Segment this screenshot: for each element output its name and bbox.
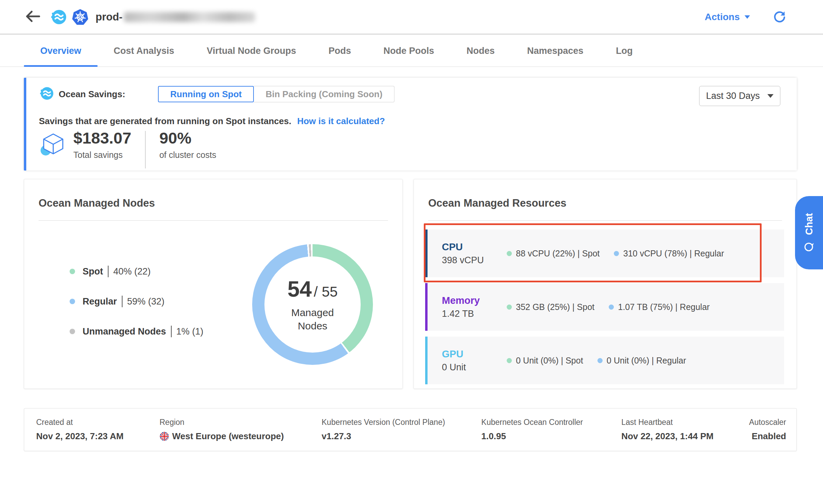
savings-description-text: Savings that are generated from running … xyxy=(39,116,291,126)
tab-node-pools[interactable]: Node Pools xyxy=(384,35,434,66)
savings-mode-toggle: Running on Spot Bin Packing (Coming Soon… xyxy=(158,86,394,102)
info-created-at: Created at Nov 2, 2023, 7:23 AM xyxy=(36,418,160,442)
donut-center: 54 / 55 Managed Nodes xyxy=(264,256,361,353)
regular-dot-icon xyxy=(70,299,75,304)
stat-text: 352 GB (25%) | Spot xyxy=(516,302,594,312)
savings-stats: $183.07 Total savings 90% of cluster cos… xyxy=(40,129,216,168)
managed-count: 54 xyxy=(287,277,312,302)
memory-label: Memory xyxy=(442,295,507,306)
donut-center-label: Managed Nodes xyxy=(280,306,345,332)
total-count: / 55 xyxy=(314,284,338,300)
cpu-label: CPU xyxy=(442,241,507,253)
info-value: West Europe (westeurope) xyxy=(172,431,284,442)
divider xyxy=(39,220,388,221)
header-actions: Actions xyxy=(705,10,799,24)
legend-separator xyxy=(108,266,109,277)
stat-text: 310 vCPU (78%) | Regular xyxy=(623,249,724,258)
ocean-logo-icon xyxy=(50,9,67,26)
tab-namespaces[interactable]: Namespaces xyxy=(527,35,583,66)
how-calculated-link[interactable]: How is it calculated? xyxy=(297,116,385,126)
actions-dropdown-button[interactable]: Actions xyxy=(705,12,750,23)
stat-text: 88 vCPU (22%) | Spot xyxy=(516,249,600,258)
tab-virtual-node-groups[interactable]: Virtual Node Groups xyxy=(207,35,296,66)
chevron-down-icon xyxy=(745,15,750,21)
legend-item-spot: Spot 40% (22) xyxy=(70,265,203,278)
tab-nodes[interactable]: Nodes xyxy=(466,35,495,66)
ocean-savings-label: Ocean Savings: xyxy=(59,89,125,100)
info-value: Enabled xyxy=(752,431,786,442)
stat-text: 0 Unit (0%) | Regular xyxy=(607,356,686,366)
chat-button[interactable]: Chat xyxy=(795,196,823,269)
managed-nodes-donut: 54 / 55 Managed Nodes xyxy=(252,244,373,365)
tab-log[interactable]: Log xyxy=(616,35,633,66)
info-value: v1.27.3 xyxy=(322,431,481,442)
back-button[interactable] xyxy=(25,9,41,25)
nodes-legend: Spot 40% (22) Regular 59% (32) Unmanaged… xyxy=(70,265,203,355)
cluster-name-redacted xyxy=(124,12,255,22)
gpu-regular-stat: 0 Unit (0%) | Regular xyxy=(597,356,686,366)
ocean-managed-resources-card: Ocean Managed Resources CPU 398 vCPU 88 … xyxy=(414,179,797,389)
total-savings-amount: $183.07 xyxy=(73,129,131,147)
tab-cost-analysis[interactable]: Cost Analysis xyxy=(114,35,174,66)
cluster-info-bar: Created at Nov 2, 2023, 7:23 AM Region xyxy=(24,408,797,451)
cpu-spot-stat: 88 vCPU (22%) | Spot xyxy=(507,249,600,258)
unmanaged-dot-icon xyxy=(70,329,75,334)
legend-value: 59% (32) xyxy=(127,296,165,307)
arrow-left-icon xyxy=(25,10,41,25)
info-label: Autoscaler xyxy=(749,418,786,427)
info-label: Kubernetes Ocean Controller xyxy=(481,418,621,427)
memory-total: 1.42 TB xyxy=(442,309,507,319)
cluster-cost-percent: 90% xyxy=(159,129,216,147)
toggle-running-on-spot[interactable]: Running on Spot xyxy=(158,86,254,102)
refresh-icon xyxy=(773,10,786,24)
ocean-managed-nodes-card: Ocean Managed Nodes Spot 40% (22) Regula… xyxy=(24,179,403,389)
gpu-label: GPU xyxy=(442,349,507,360)
chat-bubble-icon xyxy=(803,241,815,253)
regular-dot-icon xyxy=(609,305,614,310)
managed-nodes-title: Ocean Managed Nodes xyxy=(39,197,155,209)
divider xyxy=(428,220,782,221)
info-value: Nov 22, 2023, 1:44 PM xyxy=(621,431,749,442)
actions-label: Actions xyxy=(705,12,740,23)
vertical-divider xyxy=(145,131,146,168)
info-ocean-controller: Kubernetes Ocean Controller 1.0.95 xyxy=(481,418,621,442)
spot-dot-icon xyxy=(507,251,512,256)
chat-label: Chat xyxy=(804,213,815,235)
header: prod- Actions xyxy=(0,0,823,34)
info-label: Last Heartbeat xyxy=(621,418,749,427)
period-dropdown[interactable]: Last 30 Days xyxy=(699,86,780,106)
resource-rows: CPU 398 vCPU 88 vCPU (22%) | Spot 310 vC… xyxy=(425,229,784,390)
memory-spot-stat: 352 GB (25%) | Spot xyxy=(507,302,594,312)
info-region: Region xyxy=(160,418,322,442)
info-label: Region xyxy=(160,418,322,427)
gpu-total: 0 Unit xyxy=(442,362,507,373)
legend-item-unmanaged: Unmanaged Nodes 1% (1) xyxy=(70,325,203,338)
kubernetes-logo-icon xyxy=(72,9,89,26)
info-last-heartbeat: Last Heartbeat Nov 22, 2023, 1:44 PM xyxy=(621,418,749,442)
stat-text: 1.07 TB (75%) | Regular xyxy=(618,302,710,312)
regular-dot-icon xyxy=(597,358,603,363)
legend-item-regular: Regular 59% (32) xyxy=(70,295,203,308)
legend-label: Spot xyxy=(83,266,103,277)
tab-overview[interactable]: Overview xyxy=(40,35,81,66)
legend-value: 1% (1) xyxy=(176,326,204,337)
cluster-cost-percent-label: of cluster costs xyxy=(159,150,216,160)
spot-dot-icon xyxy=(507,305,512,310)
info-value: 1.0.95 xyxy=(481,431,621,442)
spot-dot-icon xyxy=(507,358,512,363)
ocean-wave-icon xyxy=(39,86,54,102)
resource-row-cpu: CPU 398 vCPU 88 vCPU (22%) | Spot 310 vC… xyxy=(425,229,784,277)
tab-pods[interactable]: Pods xyxy=(329,35,351,66)
toggle-bin-packing[interactable]: Bin Packing (Coming Soon) xyxy=(254,86,394,102)
managed-resources-title: Ocean Managed Resources xyxy=(428,197,566,209)
total-savings-label: Total savings xyxy=(73,150,131,160)
uk-flag-icon xyxy=(160,432,169,441)
refresh-button[interactable] xyxy=(773,10,786,24)
info-label: Created at xyxy=(36,418,160,427)
info-label: Kubernetes Version (Control Plane) xyxy=(322,418,481,427)
info-autoscaler: Autoscaler Enabled xyxy=(749,418,786,442)
ocean-cluster-overview-page: prod- Actions Overview Cost Analysis Vir… xyxy=(0,0,823,504)
legend-value: 40% (22) xyxy=(113,266,151,277)
cpu-regular-stat: 310 vCPU (78%) | Regular xyxy=(614,249,724,258)
legend-separator xyxy=(122,296,122,307)
